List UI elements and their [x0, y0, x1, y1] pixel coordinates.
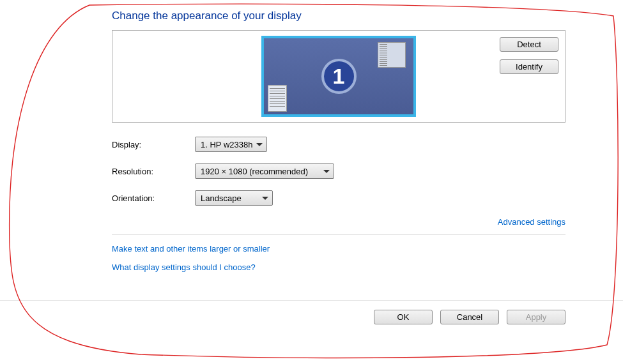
monitor-number-badge: 1 [321, 59, 357, 94]
divider [112, 234, 565, 235]
resolution-label: Resolution: [112, 167, 195, 176]
help-link[interactable]: What display settings should I choose? [112, 262, 565, 272]
display-label: Display: [112, 140, 195, 149]
monitor-thumbnail[interactable]: 1 [261, 36, 416, 117]
text-size-link[interactable]: Make text and other items larger or smal… [112, 244, 565, 254]
page-title: Change the appearance of your display [112, 10, 565, 22]
orientation-label: Orientation: [112, 193, 195, 203]
advanced-settings-link[interactable]: Advanced settings [498, 217, 565, 227]
display-preview: 1 Detect Identify [112, 30, 565, 123]
dialog-footer: OK Cancel Apply [0, 300, 623, 324]
identify-button[interactable]: Identify [500, 59, 558, 74]
orientation-dropdown[interactable]: Landscape [195, 190, 273, 206]
display-dropdown[interactable]: 1. HP w2338h [195, 137, 267, 152]
cancel-button[interactable]: Cancel [440, 310, 499, 324]
ok-button[interactable]: OK [374, 310, 433, 324]
detect-button[interactable]: Detect [500, 37, 558, 52]
window-icon [378, 42, 406, 68]
apply-button[interactable]: Apply [507, 310, 565, 324]
window-icon [268, 85, 287, 112]
resolution-dropdown[interactable]: 1920 × 1080 (recommended) [195, 163, 334, 179]
